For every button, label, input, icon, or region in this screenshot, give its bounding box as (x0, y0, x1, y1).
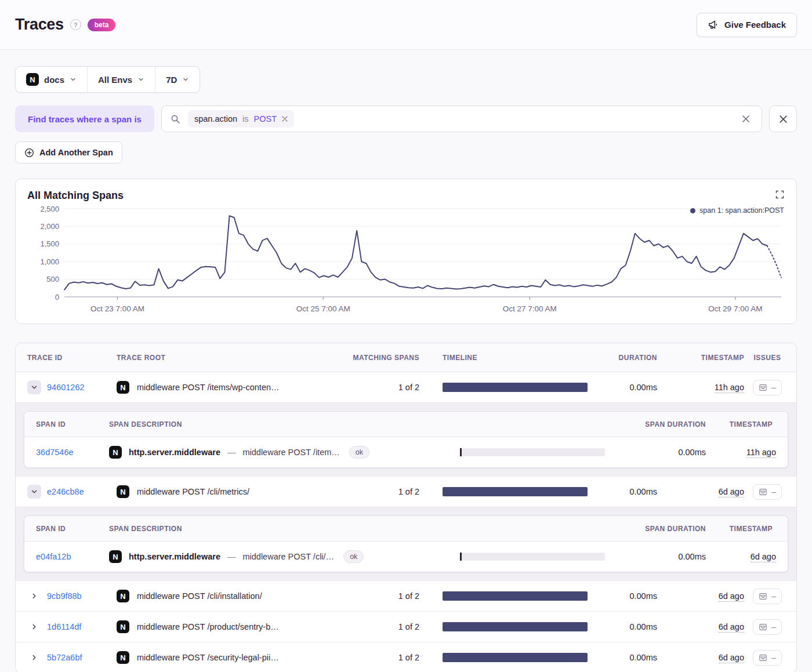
col-timeline: TIMELINE (431, 354, 605, 362)
trace-row: 9cb9f88b N middleware POST /cli/installa… (16, 581, 796, 611)
search-icon (171, 114, 180, 124)
legend-series-dot (690, 208, 695, 213)
spans-subtable-header: SPAN ID SPAN DESCRIPTION SPAN DURATION T… (24, 516, 788, 542)
chart-legend: span 1: span.action:POST (690, 206, 784, 215)
expand-trace-chevron-button[interactable] (27, 589, 41, 603)
trace-issues-cell[interactable]: – (753, 380, 782, 395)
issues-empty-dash: – (771, 623, 776, 631)
chevron-icon (30, 488, 38, 496)
chevron-down-icon (70, 76, 77, 83)
svg-text:1,000: 1,000 (40, 257, 59, 266)
chevron-icon (30, 623, 38, 631)
chart-title: All Matching Spans (27, 190, 785, 202)
trace-id-link[interactable]: e246cb8e (47, 487, 117, 496)
token-key: span.action (194, 114, 237, 123)
separator-dash: — (227, 448, 236, 457)
span-timeline-track (460, 448, 605, 456)
fullscreen-icon (775, 190, 784, 199)
span-operation: http.server.middleware (129, 448, 220, 457)
trace-root-text: middleware POST /items/wp-conten… (137, 383, 280, 392)
span-search-row: Find traces where a span is span.action … (15, 106, 797, 132)
span-status-badge: ok (349, 446, 369, 459)
span-duration: 0.00ms (622, 448, 709, 457)
token-remove-icon[interactable] (282, 116, 288, 122)
trace-issues-cell[interactable]: – (753, 484, 782, 500)
matching-spans-count: 1 of 2 (344, 653, 431, 662)
help-icon[interactable]: ? (70, 19, 81, 30)
chevron-icon (30, 592, 38, 600)
nextjs-project-icon: N (117, 590, 129, 602)
issues-empty-dash: – (771, 592, 776, 600)
span-timeline-marker (460, 448, 462, 456)
trace-timestamp[interactable]: 6d ago (719, 487, 744, 497)
expanded-spans-section: SPAN ID SPAN DESCRIPTION SPAN DURATION T… (16, 402, 796, 476)
spans-line-chart[interactable]: 05001,0001,5002,0002,500Oct 23 7:00 AMOc… (27, 204, 785, 319)
trace-block: e246cb8e N middleware POST /cli/metrics/… (16, 477, 796, 581)
trace-issues-cell[interactable]: – (753, 619, 782, 635)
expand-trace-chevron-button[interactable] (27, 380, 41, 394)
issues-icon (759, 592, 767, 601)
col-span-duration: SPAN DURATION (622, 525, 709, 533)
col-span-id: SPAN ID (36, 525, 109, 533)
span-status-badge: ok (343, 550, 364, 563)
nextjs-project-icon: N (117, 651, 129, 664)
trace-timestamp[interactable]: 6d ago (719, 653, 744, 663)
col-issues: ISSUES (750, 354, 785, 362)
trace-timestamp[interactable]: 6d ago (719, 622, 744, 633)
span-timestamp[interactable]: 11h ago (746, 448, 776, 458)
project-filter-dropdown[interactable]: N docs (16, 67, 88, 92)
trace-id-link[interactable]: 9cb9f88b (47, 591, 117, 601)
col-matching-spans: MATCHING SPANS (344, 354, 431, 362)
issues-icon (759, 653, 767, 662)
svg-text:1,500: 1,500 (40, 239, 59, 248)
expand-trace-chevron-button[interactable] (27, 485, 41, 499)
page-header: Traces ? beta Give Feedback (0, 0, 812, 50)
add-another-span-button[interactable]: Add Another Span (15, 141, 122, 164)
environment-filter-label: All Envs (98, 75, 132, 85)
trace-root-text: middleware POST /cli/metrics/ (137, 487, 249, 496)
trace-id-link[interactable]: 1d6114df (47, 622, 117, 631)
span-search-input[interactable]: span.action is POST (161, 106, 762, 132)
span-timeline-track (460, 553, 605, 561)
issues-icon (759, 383, 767, 392)
matching-spans-count: 1 of 2 (344, 622, 431, 631)
span-timestamp[interactable]: 6d ago (751, 552, 776, 562)
svg-text:Oct 25 7:00 AM: Oct 25 7:00 AM (296, 304, 350, 313)
span-id-link[interactable]: e04fa12b (36, 552, 109, 561)
chart-fullscreen-button[interactable] (774, 189, 785, 200)
trace-timestamp[interactable]: 6d ago (719, 591, 744, 602)
close-icon (741, 114, 751, 123)
give-feedback-button[interactable]: Give Feedback (697, 13, 797, 37)
nextjs-project-icon: N (117, 381, 129, 394)
chevron-icon (30, 653, 38, 662)
expand-trace-chevron-button[interactable] (27, 620, 41, 634)
span-operation: http.server.middleware (129, 552, 220, 561)
time-period-dropdown[interactable]: 7D (155, 67, 200, 92)
trace-id-link[interactable]: 94601262 (47, 383, 117, 392)
search-filter-token[interactable]: span.action is POST (188, 110, 294, 128)
col-span-timestamp: TIMESTAMP (709, 525, 776, 533)
trace-issues-cell[interactable]: – (753, 589, 782, 604)
filter-bar: N docs All Envs 7D (15, 66, 200, 93)
col-trace-root: TRACE ROOT (117, 354, 344, 362)
trace-block: 1d6114df N middleware POST /product/sent… (16, 612, 796, 642)
trace-duration: 0.00ms (605, 653, 675, 662)
col-trace-id: TRACE ID (27, 354, 117, 362)
trace-row: 1d6114df N middleware POST /product/sent… (16, 612, 796, 642)
trace-issues-cell[interactable]: – (753, 650, 782, 666)
issues-empty-dash: – (771, 488, 776, 496)
chevron-down-icon (182, 76, 189, 83)
search-clear-button[interactable] (739, 112, 753, 126)
nextjs-project-icon: N (117, 485, 129, 498)
svg-text:2,000: 2,000 (40, 222, 59, 231)
remove-span-condition-button[interactable] (769, 106, 797, 132)
trace-timeline-bar (443, 591, 588, 601)
trace-timestamp[interactable]: 11h ago (715, 383, 744, 393)
expand-trace-chevron-button[interactable] (27, 651, 41, 664)
project-filter-label: docs (44, 75, 64, 85)
trace-id-link[interactable]: 5b72a6bf (47, 653, 117, 662)
span-id-link[interactable]: 36d7546e (36, 448, 109, 457)
trace-row: 5b72a6bf N middleware POST /security-leg… (16, 642, 796, 672)
svg-text:Oct 27 7:00 AM: Oct 27 7:00 AM (503, 304, 557, 313)
environment-filter-dropdown[interactable]: All Envs (88, 67, 155, 92)
